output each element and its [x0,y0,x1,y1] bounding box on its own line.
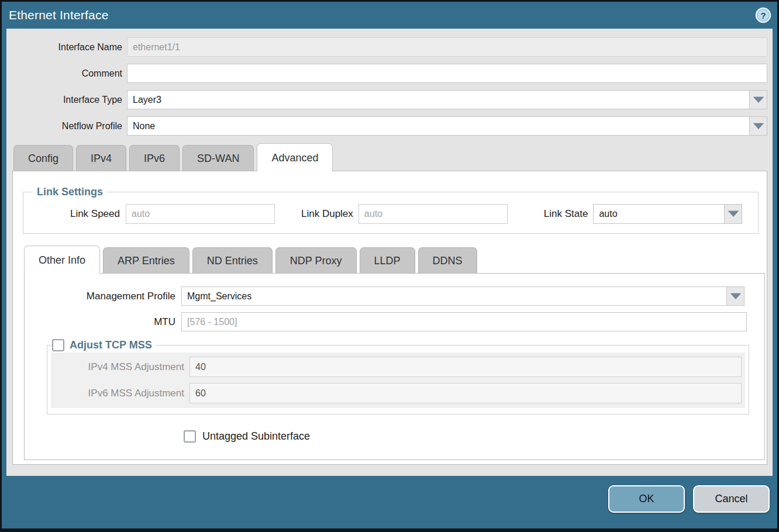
ethernet-interface-dialog: Ethernet Interface ? Interface Name Comm… [2,2,777,528]
other-info-panel: Management Profile Mgmt_Services MTU [24,273,765,460]
dialog-content: Interface Name Comment Interface Type La… [6,29,773,476]
tab-ndp-proxy[interactable]: NDP Proxy [275,247,357,273]
netflow-profile-value[interactable]: None [127,116,749,136]
ipv4-mss-row: IPv4 MSS Adjustment [51,357,742,377]
netflow-profile-select[interactable]: None [127,116,767,136]
ipv6-mss-input [189,383,742,403]
main-tabstrip: Config IPv4 IPv6 SD-WAN Advanced [8,143,767,171]
dialog-titlebar: Ethernet Interface ? [2,2,777,29]
netflow-profile-dropdown-button[interactable] [749,116,767,136]
link-state-label: Link State [544,208,588,220]
dialog-title: Ethernet Interface [9,8,109,22]
comment-input[interactable] [127,64,767,83]
link-state-dropdown-button[interactable] [724,204,742,224]
interface-name-input [127,37,767,57]
ok-button[interactable]: OK [608,485,685,513]
interface-type-label: Interface Type [8,95,122,105]
management-profile-value[interactable]: Mgmt_Services [181,286,726,306]
tab-advanced[interactable]: Advanced [257,143,333,171]
tab-arp-entries[interactable]: ARP Entries [103,247,189,273]
advanced-tab-panel: Link Settings Link Speed Link Duplex Lin… [12,171,767,465]
dialog-footer: OK Cancel [2,476,777,528]
svg-text:?: ? [760,11,766,20]
mtu-label: MTU [34,316,175,328]
help-icon[interactable]: ? [755,7,771,23]
mtu-row: MTU [34,312,755,331]
adjust-tcp-mss-label: Adjust TCP MSS [70,339,152,351]
management-profile-label: Management Profile [34,291,175,302]
interface-type-select[interactable]: Layer3 [127,90,767,109]
netflow-profile-row: Netflow Profile None [8,116,767,136]
management-profile-row: Management Profile Mgmt_Services [34,286,755,306]
ipv6-mss-row: IPv6 MSS Adjustment [51,383,742,403]
mss-disabled-block: IPv4 MSS Adjustment IPv6 MSS Adjustment [51,353,745,408]
interface-name-row: Interface Name [8,37,767,57]
mtu-input[interactable] [181,312,747,331]
tab-ddns[interactable]: DDNS [418,247,477,273]
comment-label: Comment [8,68,122,79]
interface-type-row: Interface Type Layer3 [8,90,767,109]
tab-other-info[interactable]: Other Info [24,246,100,274]
link-speed-label: Link Speed [29,208,120,220]
cancel-button[interactable]: Cancel [693,485,770,513]
chevron-down-icon [730,293,741,299]
untagged-subinterface-checkbox[interactable] [184,430,196,443]
ipv6-mss-label: IPv6 MSS Adjustment [51,388,184,399]
link-settings-fieldset: Link Settings Link Speed Link Duplex Lin… [23,186,759,234]
link-state-value[interactable]: auto [593,204,724,224]
tab-ipv4[interactable]: IPv4 [76,145,126,171]
chevron-down-icon [728,211,739,217]
link-speed-input[interactable] [126,204,275,224]
link-state-select[interactable]: auto [593,204,742,224]
adjust-tcp-mss-fieldset: Adjust TCP MSS IPv4 MSS Adjustment IPv6 … [47,339,749,414]
link-duplex-input[interactable] [359,204,508,224]
interface-type-dropdown-button[interactable] [749,90,767,109]
link-settings-legend: Link Settings [33,186,107,198]
screenshot-frame: Ethernet Interface ? Interface Name Comm… [0,0,779,532]
management-profile-select[interactable]: Mgmt_Services [181,286,744,306]
adjust-tcp-mss-checkbox[interactable] [52,339,64,351]
untagged-subinterface-label: Untagged Subinterface [202,430,310,443]
interface-name-label: Interface Name [8,42,122,53]
link-duplex-label: Link Duplex [301,208,353,220]
management-profile-dropdown-button[interactable] [726,286,744,306]
tab-nd-entries[interactable]: ND Entries [192,247,273,273]
tab-ipv6[interactable]: IPv6 [129,145,180,171]
sub-tabstrip: Other Info ARP Entries ND Entries NDP Pr… [21,245,759,273]
netflow-profile-label: Netflow Profile [8,121,122,132]
chevron-down-icon [753,123,764,129]
ipv4-mss-input [189,357,742,377]
tab-sdwan[interactable]: SD-WAN [182,145,254,171]
comment-row: Comment [8,64,767,83]
interface-type-value[interactable]: Layer3 [127,90,749,109]
tab-config[interactable]: Config [13,145,73,171]
chevron-down-icon [753,97,764,103]
untagged-subinterface-row: Untagged Subinterface [184,430,755,443]
adjust-tcp-mss-legend-row: Adjust TCP MSS [52,339,156,351]
ipv4-mss-label: IPv4 MSS Adjustment [51,361,184,373]
link-settings-row: Link Speed Link Duplex Link State auto [29,204,752,224]
tab-lldp[interactable]: LLDP [360,247,415,273]
